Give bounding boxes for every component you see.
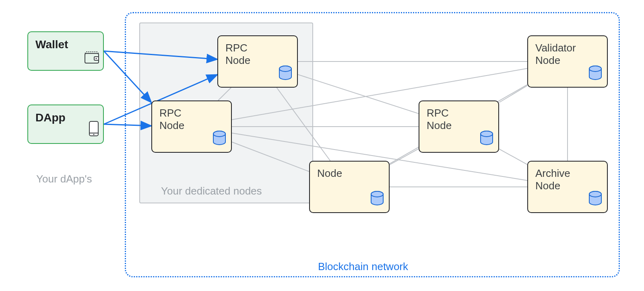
rpc2-line2: Node xyxy=(159,119,224,132)
database-icon xyxy=(213,131,226,148)
archive-line2: Node xyxy=(535,180,600,192)
database-icon xyxy=(370,191,384,208)
archive-node: Archive Node xyxy=(527,161,608,213)
rpc3-line1: RPC xyxy=(427,107,491,119)
rpc1-line2: Node xyxy=(225,54,290,67)
svg-point-21 xyxy=(95,58,97,59)
validator-line1: Validator xyxy=(535,42,600,54)
dapp-client-box: DApp xyxy=(27,105,104,144)
generic-node: Node xyxy=(309,161,390,213)
wallet-label: Wallet xyxy=(35,38,96,51)
database-icon xyxy=(480,131,493,148)
dapp-label: DApp xyxy=(35,111,96,125)
svg-point-32 xyxy=(481,131,493,137)
node-line1: Node xyxy=(317,167,382,180)
caption-dedicated-nodes: Your dedicated nodes xyxy=(161,185,262,197)
validator-line2: Node xyxy=(535,54,600,67)
svg-rect-22 xyxy=(89,121,98,136)
svg-point-36 xyxy=(589,191,601,197)
svg-point-28 xyxy=(213,131,225,137)
archive-line1: Archive xyxy=(535,167,600,180)
rpc-node-dedicated-top: RPC Node xyxy=(217,35,298,88)
wallet-client-box: Wallet xyxy=(27,31,104,71)
diagram-canvas: Wallet DApp RPC Node xyxy=(0,0,644,291)
svg-point-30 xyxy=(371,191,383,197)
svg-point-24 xyxy=(93,134,95,135)
database-icon xyxy=(588,191,602,208)
database-icon xyxy=(279,66,292,83)
rpc-node-dedicated-bottom: RPC Node xyxy=(151,100,232,153)
caption-blockchain-network: Blockchain network xyxy=(318,260,408,273)
rpc1-line1: RPC xyxy=(225,42,290,54)
rpc-node-network: RPC Node xyxy=(419,100,499,153)
database-icon xyxy=(588,66,602,83)
wallet-icon xyxy=(85,51,99,67)
validator-node: Validator Node xyxy=(527,35,608,88)
rpc3-line2: Node xyxy=(427,119,491,132)
caption-your-dapps: Your dApp's xyxy=(36,173,92,185)
phone-icon xyxy=(89,121,99,140)
rpc2-line1: RPC xyxy=(159,107,224,119)
svg-point-34 xyxy=(589,66,601,72)
svg-point-26 xyxy=(279,66,291,72)
